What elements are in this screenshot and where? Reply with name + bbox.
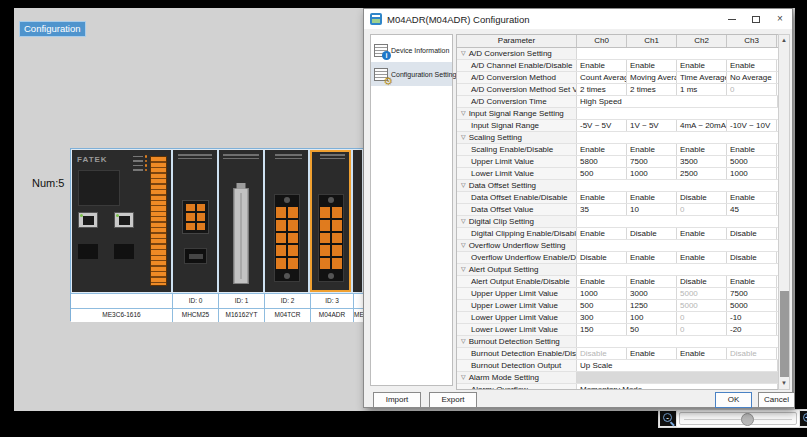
value-cell[interactable]: 45 [727, 204, 777, 215]
value-cell[interactable]: 300 [577, 312, 627, 323]
collapse-icon[interactable]: ▽ [461, 182, 466, 188]
value-cell[interactable]: Moving Average [627, 72, 677, 83]
value-cell[interactable]: Disable [727, 348, 777, 359]
value-cell[interactable]: Enable [577, 192, 627, 203]
export-button[interactable]: Export [429, 392, 477, 408]
collapse-icon[interactable]: ▽ [461, 218, 466, 224]
value-cell[interactable]: Enable [677, 60, 727, 71]
rack-module-me3c6-1616[interactable]: FATEK [72, 150, 173, 292]
value-cell[interactable]: Time Average [677, 72, 727, 83]
value-cell[interactable]: -10V ~ 10V [727, 120, 777, 131]
value-cell[interactable]: Enable [577, 60, 627, 71]
value-cell[interactable]: Disable [727, 252, 777, 263]
value-cell[interactable]: 5000 [677, 300, 727, 311]
value-cell[interactable]: -20 [727, 324, 777, 335]
value-cell[interactable]: 10 [627, 204, 677, 215]
value-cell[interactable]: Enable [627, 144, 677, 155]
value-cell[interactable]: 1250 [627, 300, 677, 311]
dialog-titlebar[interactable]: M04ADR(M04ADR) Configuration × [364, 9, 792, 29]
collapse-icon[interactable]: ▽ [461, 266, 466, 272]
configuration-tab[interactable]: Configuration [19, 21, 86, 37]
value-cell[interactable]: 5000 [677, 288, 727, 299]
import-button[interactable]: Import [373, 392, 421, 408]
value-cell[interactable]: 3500 [677, 156, 727, 167]
value-cell[interactable]: Enable [677, 252, 727, 263]
value-cell[interactable]: Disable [577, 252, 627, 263]
value-cell[interactable]: Enable [627, 276, 677, 287]
value-cell[interactable]: 100 [627, 312, 677, 323]
value-cell[interactable]: 0 [727, 84, 777, 95]
value-cell[interactable]: 5000 [727, 156, 777, 167]
rack-module-mhcm25[interactable] [173, 150, 219, 292]
rack-module-m04tcr[interactable] [265, 150, 311, 292]
value-cell[interactable]: 50 [627, 324, 677, 335]
value-cell[interactable]: Disable [727, 228, 777, 239]
scroll-down-icon[interactable]: ▼ [779, 378, 789, 389]
value-cell[interactable]: Enable [627, 60, 677, 71]
sidebar-item-device-information[interactable]: iDevice Information [371, 38, 452, 62]
value-cell[interactable]: 1 ms [677, 84, 727, 95]
value-cell[interactable]: 1000 [627, 168, 677, 179]
value-cell[interactable]: 0 [677, 312, 727, 323]
value-cell[interactable]: Enable [577, 276, 627, 287]
value-cell[interactable]: 0 [677, 204, 727, 215]
scroll-up-icon[interactable]: ▲ [779, 35, 789, 46]
value-cell[interactable]: 2500 [677, 168, 727, 179]
zoom-slider-track[interactable] [679, 412, 797, 425]
zoom-in-button[interactable]: + [799, 410, 807, 427]
value-cell[interactable]: 1000 [727, 168, 777, 179]
cancel-button[interactable]: Cancel [758, 392, 795, 408]
value-cell[interactable]: 2 times [577, 84, 627, 95]
collapse-icon[interactable]: ▽ [461, 110, 466, 116]
value-cell[interactable]: 0 [677, 324, 727, 335]
sidebar-item-configuration-settings[interactable]: ⚙Configuration Settings [371, 62, 452, 86]
scrollbar-thumb[interactable] [780, 291, 789, 377]
zoom-slider-thumb[interactable] [741, 413, 754, 426]
value-cell[interactable]: Up Scale [577, 360, 778, 371]
value-cell[interactable]: Disable [677, 192, 727, 203]
value-cell[interactable]: Enable [727, 192, 777, 203]
value-cell[interactable]: 7500 [627, 156, 677, 167]
value-cell[interactable]: Momentary Mode [577, 384, 778, 390]
value-cell[interactable]: -5V ~ 5V [577, 120, 627, 131]
collapse-icon[interactable]: ▽ [461, 374, 466, 380]
value-cell[interactable]: Enable [677, 348, 727, 359]
value-cell[interactable]: Disable [627, 228, 677, 239]
value-cell[interactable]: Enable [677, 228, 727, 239]
zoom-out-button[interactable]: - [659, 410, 677, 427]
minimize-button[interactable] [720, 9, 744, 29]
value-cell[interactable]: Enable [627, 348, 677, 359]
value-cell[interactable]: Disable [677, 276, 727, 287]
close-button[interactable]: × [768, 9, 792, 29]
value-cell[interactable]: 2 times [627, 84, 677, 95]
value-cell[interactable]: 3000 [627, 288, 677, 299]
collapse-icon[interactable]: ▽ [461, 134, 466, 140]
value-cell[interactable]: 35 [577, 204, 627, 215]
value-cell[interactable]: Enable [627, 252, 677, 263]
value-cell[interactable]: No Average [727, 72, 777, 83]
collapse-icon[interactable]: ▽ [461, 338, 466, 344]
ok-button[interactable]: OK [715, 392, 752, 408]
value-cell[interactable]: Count Average [577, 72, 627, 83]
rack-module-me[interactable] [353, 150, 362, 292]
value-cell[interactable]: 5000 [727, 300, 777, 311]
value-cell[interactable]: 500 [577, 168, 627, 179]
rack-module-m04adr[interactable] [310, 150, 353, 292]
value-cell[interactable]: 1V ~ 5V [627, 120, 677, 131]
value-cell[interactable]: Enable [577, 228, 627, 239]
value-cell[interactable]: Disable [577, 348, 627, 359]
collapse-icon[interactable]: ▽ [461, 50, 466, 56]
collapse-icon[interactable]: ▽ [461, 242, 466, 248]
value-cell[interactable]: 150 [577, 324, 627, 335]
value-cell[interactable]: Enable [677, 144, 727, 155]
value-cell[interactable]: Enable [627, 192, 677, 203]
maximize-button[interactable] [744, 9, 768, 29]
value-cell[interactable]: 500 [577, 300, 627, 311]
value-cell[interactable]: High Speed [577, 96, 778, 107]
value-cell[interactable]: -10 [727, 312, 777, 323]
value-cell[interactable]: Enable [727, 276, 777, 287]
value-cell[interactable]: 4mA ~ 20mA [677, 120, 727, 131]
value-cell[interactable]: 5800 [577, 156, 627, 167]
value-cell[interactable]: Enable [727, 60, 777, 71]
value-cell[interactable]: Enable [727, 144, 777, 155]
